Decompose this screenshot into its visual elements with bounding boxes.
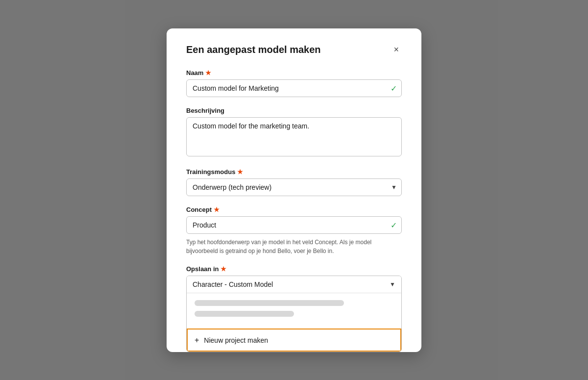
trainingsmodus-required: ★ [237, 168, 243, 176]
naam-input-wrapper: ✓ [186, 79, 402, 97]
modal-body: Naam ★ ✓ Beschrijving Custom model for t… [186, 69, 402, 352]
opslaan-chevron-icon: ▼ [390, 281, 395, 288]
skeleton-item-1 [195, 300, 344, 306]
modal-dialog: Een aangepast model maken × Naam ★ ✓ Bes… [167, 28, 421, 352]
naam-input[interactable] [186, 79, 402, 97]
modal-title: Een aangepast model maken [186, 44, 321, 55]
naam-required: ★ [205, 69, 211, 76]
opslaan-required: ★ [220, 265, 226, 273]
plus-icon: + [195, 336, 199, 345]
opslaan-selected-value: Character - Custom Model [193, 280, 273, 288]
skeleton-item-2 [195, 311, 294, 317]
opslaan-dropdown-toggle[interactable]: Character - Custom Model ▼ [187, 276, 401, 293]
dropdown-items-area [187, 293, 401, 329]
beschrijving-textarea[interactable]: Custom model for the marketing team. [186, 117, 402, 156]
opslaan-dropdown-container: Character - Custom Model ▼ + Nieuw proje… [186, 276, 402, 352]
naam-group: Naam ★ ✓ [186, 69, 402, 97]
opslaan-group: Opslaan in ★ Character - Custom Model ▼ … [186, 265, 402, 352]
trainingsmodus-label: Trainingsmodus ★ [186, 168, 402, 176]
new-project-label: Nieuw project maken [204, 336, 268, 344]
trainingsmodus-select[interactable]: Onderwerp (tech preview) [186, 178, 402, 196]
trainingsmodus-group: Trainingsmodus ★ Onderwerp (tech preview… [186, 168, 402, 196]
close-button[interactable]: × [391, 44, 402, 55]
concept-input[interactable] [186, 216, 402, 234]
modal-header: Een aangepast model maken × [186, 44, 402, 55]
concept-check-icon: ✓ [391, 220, 397, 229]
concept-group: Concept ★ ✓ Typ het hoofdonderwerp van j… [186, 206, 402, 255]
trainingsmodus-select-wrapper: Onderwerp (tech preview) ▼ [186, 178, 402, 196]
concept-hint: Typ het hoofdonderwerp van je model in h… [186, 238, 402, 255]
beschrijving-label: Beschrijving [186, 107, 402, 114]
new-project-button[interactable]: + Nieuw project maken [187, 329, 401, 352]
concept-input-wrapper: ✓ [186, 216, 402, 234]
naam-check-icon: ✓ [391, 83, 397, 93]
beschrijving-group: Beschrijving Custom model for the market… [186, 107, 402, 158]
opslaan-label: Opslaan in ★ [186, 265, 402, 273]
naam-label: Naam ★ [186, 69, 402, 76]
modal-overlay: Een aangepast model maken × Naam ★ ✓ Bes… [0, 0, 588, 380]
concept-required: ★ [214, 206, 220, 213]
concept-label: Concept ★ [186, 206, 402, 213]
